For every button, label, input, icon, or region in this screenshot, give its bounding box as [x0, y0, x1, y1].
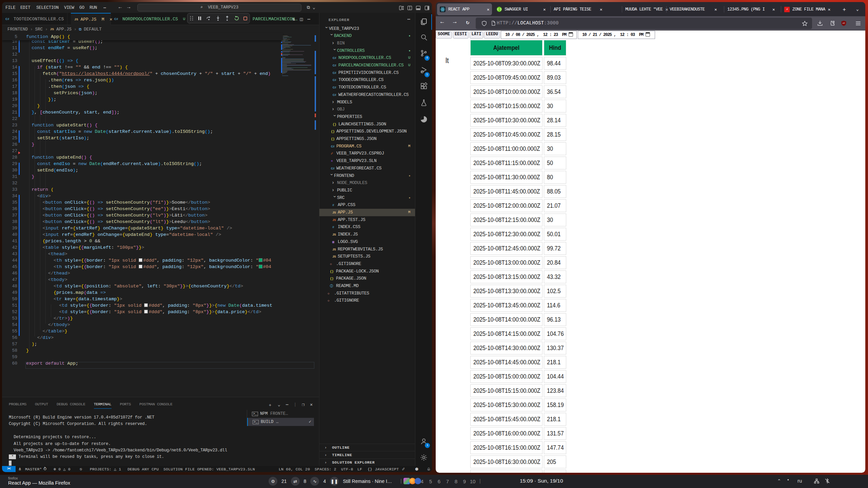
svg-text:uO: uO — [843, 22, 845, 24]
